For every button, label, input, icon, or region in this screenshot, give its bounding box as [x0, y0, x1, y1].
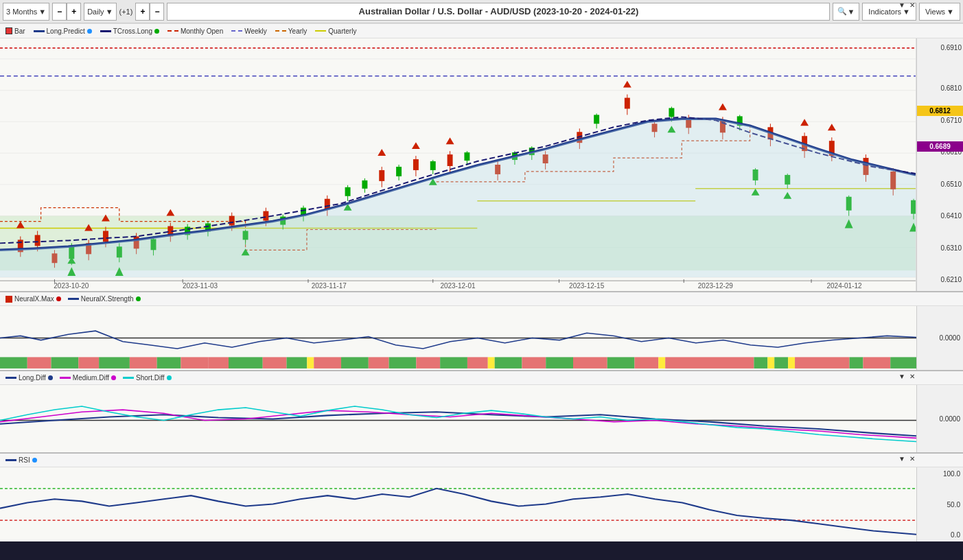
- rsi-panel: RSI ▼ ✕ 100.0 50.0 0.0: [0, 452, 963, 541]
- svg-rect-145: [78, 357, 99, 369]
- neuralx-chart-area: 0.0000: [0, 306, 963, 370]
- svg-rect-181: [0, 467, 916, 541]
- svg-rect-24: [103, 231, 108, 242]
- medium-diff-color: [60, 377, 71, 379]
- svg-rect-155: [314, 357, 341, 369]
- short-diff-dot: [167, 375, 172, 380]
- legend-long-predict: Long.Predict: [34, 27, 92, 35]
- svg-rect-158: [389, 357, 417, 369]
- svg-rect-156: [341, 357, 369, 369]
- neuralx-close-icon[interactable]: ✕: [909, 1, 915, 9]
- rsi-y-label-50: 50.0: [920, 501, 960, 509]
- neuralx-y-axis: 0.0000: [916, 306, 963, 370]
- svg-rect-166: [573, 357, 607, 369]
- svg-rect-32: [263, 211, 268, 221]
- dropdown-arrow: ▼: [38, 8, 46, 16]
- svg-rect-40: [448, 154, 453, 166]
- main-chart-canvas[interactable]: 2023-10-20 2023-11-03 2023-11-17 2023-12…: [0, 38, 916, 291]
- svg-rect-149: [181, 357, 208, 369]
- neuralx-strength-color: [68, 298, 79, 300]
- svg-rect-30: [229, 216, 235, 226]
- svg-rect-98: [669, 108, 674, 117]
- views-label: Views: [925, 8, 945, 16]
- tcross-long-color: [100, 30, 111, 32]
- svg-rect-165: [546, 357, 573, 369]
- price-label-2: 0.6810: [940, 84, 962, 92]
- price-axis: 0.6910 0.6810 0.6710 0.6610 0.6510 0.641…: [916, 38, 963, 291]
- svg-rect-161: [467, 357, 488, 369]
- neuralx-strength-label: NeuralX.Strength: [81, 295, 134, 303]
- svg-rect-154: [307, 357, 314, 369]
- weekly-label: Weekly: [244, 27, 267, 35]
- neuralx-max-label: NeuralX.Max: [14, 295, 54, 303]
- rsi-canvas[interactable]: [0, 467, 916, 541]
- diff-close-icon[interactable]: ✕: [909, 373, 915, 380]
- svg-rect-90: [464, 152, 469, 161]
- yearly-color: [275, 30, 286, 32]
- main-chart: 2023-10-20 2023-11-03 2023-11-17 2023-12…: [0, 38, 963, 291]
- svg-rect-175: [795, 357, 850, 369]
- svg-rect-153: [286, 357, 307, 369]
- svg-rect-168: [634, 357, 658, 369]
- diff-canvas[interactable]: [0, 385, 916, 452]
- svg-rect-163: [495, 357, 522, 369]
- rsi-collapse-icon[interactable]: ▼: [898, 455, 905, 463]
- time-label-1: 2023-10-20: [54, 282, 89, 290]
- svg-rect-172: [767, 357, 774, 369]
- diff-controls: ▼ ✕: [898, 373, 915, 380]
- price-label-3: 0.6710: [940, 117, 962, 124]
- rsi-y-label-0: 0.0: [920, 531, 960, 539]
- chart-title: Australian Dollar / U.S. Dollar - AUD/US…: [167, 3, 830, 21]
- indicators-label: Indicators: [868, 8, 901, 16]
- time-label-3: 2023-11-17: [312, 282, 347, 290]
- search-button[interactable]: 🔍 ▼: [833, 3, 859, 21]
- monthly-open-label: Monthly Open: [181, 27, 223, 35]
- timeframe-dropdown-arrow: ▼: [106, 8, 113, 16]
- svg-rect-169: [658, 357, 665, 369]
- increment-plus-button[interactable]: +: [135, 3, 150, 21]
- period-plus-button[interactable]: +: [67, 3, 81, 21]
- current-price-badge: 0.6812: [917, 106, 963, 116]
- svg-rect-151: [229, 357, 263, 369]
- period-selector[interactable]: 3 Months ▼: [3, 3, 49, 21]
- legend-yearly: Yearly: [275, 27, 307, 35]
- timeframe-label: Daily: [87, 8, 104, 16]
- price-label-5: 0.6510: [940, 180, 962, 188]
- svg-rect-160: [440, 357, 467, 369]
- diff-y-axis: 0.0000: [916, 385, 963, 452]
- neuralx-canvas[interactable]: [0, 306, 916, 370]
- svg-rect-18: [35, 235, 40, 246]
- neuralx-collapse-icon[interactable]: ▼: [898, 1, 905, 9]
- svg-rect-38: [413, 159, 419, 170]
- increment-controls: + −: [135, 3, 164, 21]
- views-button[interactable]: Views ▼: [919, 3, 960, 21]
- svg-rect-148: [157, 357, 181, 369]
- medium-diff-legend: Medium.Diff: [60, 374, 116, 382]
- period-controls: − +: [52, 3, 81, 21]
- rsi-close-icon[interactable]: ✕: [909, 455, 915, 463]
- neuralx-strength-dot: [136, 296, 141, 301]
- price-label-6: 0.6410: [940, 212, 962, 220]
- rsi-legend-item: RSI: [5, 456, 37, 464]
- medium-diff-dot: [111, 375, 116, 380]
- rsi-color: [5, 459, 16, 461]
- price-label-8: 0.6210: [940, 276, 962, 283]
- bar-label: Bar: [14, 27, 25, 35]
- time-label-7: 2024-01-12: [826, 282, 861, 290]
- timeframe-selector[interactable]: Daily ▼: [84, 3, 116, 21]
- rsi-controls: ▼ ✕: [898, 455, 915, 463]
- neuralx-max-dot: [56, 296, 61, 301]
- increment-minus-button[interactable]: −: [150, 3, 164, 21]
- short-diff-legend: Short.Diff: [123, 374, 172, 382]
- svg-rect-152: [263, 357, 287, 369]
- marker-price-badge: 0.6689: [917, 141, 963, 152]
- svg-rect-159: [416, 357, 440, 369]
- neuralx-controls: ▼ ✕: [898, 1, 915, 9]
- period-minus-button[interactable]: −: [52, 3, 67, 21]
- svg-rect-177: [863, 357, 890, 369]
- neuralx-panel: NeuralX.Max NeuralX.Strength ▼ ✕: [0, 291, 963, 370]
- diff-collapse-icon[interactable]: ▼: [898, 373, 905, 380]
- main-chart-svg: [0, 38, 916, 291]
- rsi-svg: [0, 467, 916, 541]
- svg-rect-86: [396, 167, 402, 176]
